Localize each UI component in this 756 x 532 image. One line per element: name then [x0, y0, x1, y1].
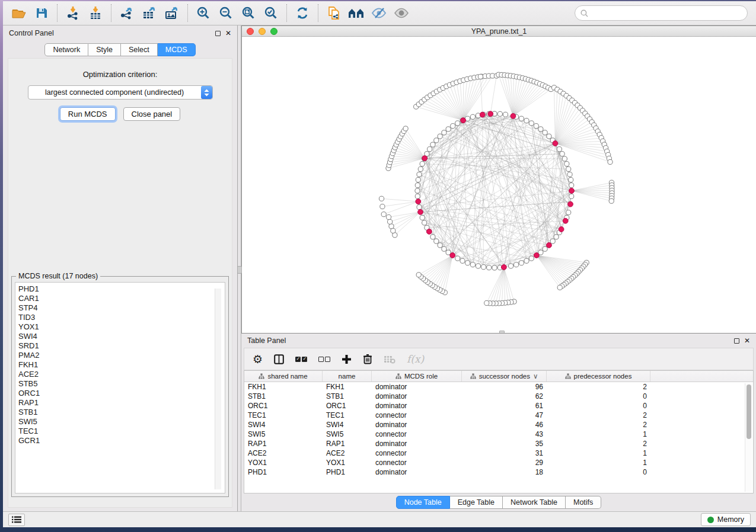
table-cell[interactable]: connector: [372, 459, 462, 467]
table-cell[interactable]: PHD1: [244, 468, 323, 476]
mcds-result-item[interactable]: TEC1: [18, 427, 225, 436]
close-table-panel-icon[interactable]: ✕: [744, 337, 750, 344]
clone-network-icon[interactable]: [323, 3, 345, 23]
float-table-panel-icon[interactable]: [734, 338, 739, 344]
import-network-icon[interactable]: [62, 3, 84, 23]
table-cell[interactable]: 35: [462, 440, 547, 448]
run-mcds-button[interactable]: Run MCDS: [60, 107, 116, 121]
close-panel-icon[interactable]: ✕: [225, 30, 231, 37]
table-row[interactable]: SWI5SWI5connector431: [244, 430, 753, 439]
table-scrollbar-thumb[interactable]: [747, 384, 751, 439]
refresh-view-icon[interactable]: [291, 3, 314, 23]
mcds-result-item[interactable]: GCR1: [18, 436, 225, 446]
mcds-result-item[interactable]: SWI4: [18, 332, 225, 341]
splitter-grip[interactable]: [237, 266, 242, 274]
table-cell[interactable]: ACE2: [244, 449, 323, 457]
table-cell[interactable]: YOX1: [323, 459, 372, 467]
mcds-result-item[interactable]: CAR1: [18, 294, 225, 303]
table-cell[interactable]: PHD1: [323, 468, 372, 476]
table-cell[interactable]: dominator: [372, 392, 462, 400]
export-table-icon[interactable]: [138, 3, 161, 23]
column-header-mcds-role[interactable]: MCDS role: [372, 371, 462, 382]
table-cell[interactable]: 61: [462, 402, 547, 410]
save-session-icon[interactable]: [30, 3, 53, 23]
table-cell[interactable]: dominator: [372, 402, 462, 410]
tab-node-table[interactable]: Node Table: [396, 496, 450, 509]
table-cell[interactable]: ORC1: [244, 402, 323, 410]
table-cell[interactable]: 1: [547, 430, 650, 438]
table-cell[interactable]: 18: [462, 468, 547, 476]
table-cell[interactable]: SWI5: [323, 430, 372, 438]
result-list-scrollbar[interactable]: [215, 289, 221, 489]
select-all-icon[interactable]: [295, 357, 307, 362]
table-cell[interactable]: SWI5: [244, 430, 323, 438]
table-row[interactable]: RAP1RAP1dominator352: [244, 439, 753, 448]
open-file-icon[interactable]: [8, 3, 30, 23]
table-row[interactable]: TEC1TEC1connector472: [244, 411, 753, 420]
mcds-result-item[interactable]: FKH1: [18, 360, 225, 370]
table-cell[interactable]: dominator: [372, 421, 462, 429]
mcds-result-item[interactable]: ORC1: [18, 389, 225, 398]
table-cell[interactable]: 96: [462, 383, 547, 391]
table-row[interactable]: STB1STB1dominator620: [244, 392, 753, 401]
node-table[interactable]: shared name name MCDS role successor nod…: [244, 370, 754, 493]
table-cell[interactable]: STB1: [323, 392, 372, 400]
table-cell[interactable]: 2: [547, 421, 650, 429]
table-scrollbar[interactable]: [745, 383, 752, 492]
zoom-fit-icon[interactable]: [237, 3, 260, 23]
task-history-button[interactable]: [8, 514, 25, 526]
mcds-result-item[interactable]: STB5: [18, 379, 225, 389]
tab-mcds[interactable]: MCDS: [158, 43, 196, 56]
first-neighbors-icon[interactable]: [345, 3, 368, 23]
table-cell[interactable]: 2: [547, 383, 650, 391]
tab-edge-table[interactable]: Edge Table: [450, 496, 503, 509]
table-cell[interactable]: 43: [462, 430, 547, 438]
delete-column-icon[interactable]: [363, 354, 372, 364]
zoom-selected-icon[interactable]: [260, 3, 282, 23]
mcds-result-item[interactable]: STB1: [18, 408, 225, 417]
table-cell[interactable]: connector: [372, 430, 462, 438]
table-cell[interactable]: STB1: [244, 392, 323, 400]
criterion-dropdown[interactable]: largest connected component (undirected): [28, 85, 213, 100]
table-row[interactable]: SWI4SWI4dominator462: [244, 420, 753, 430]
table-cell[interactable]: 47: [462, 411, 547, 419]
hide-selected-icon[interactable]: [368, 3, 390, 23]
table-cell[interactable]: connector: [372, 449, 462, 457]
table-cell[interactable]: RAP1: [244, 440, 323, 448]
table-cell[interactable]: 0: [547, 402, 650, 410]
mcds-result-item[interactable]: STP4: [18, 303, 225, 313]
table-cell[interactable]: FKH1: [244, 383, 323, 391]
network-graph[interactable]: [242, 37, 756, 333]
deselect-all-icon[interactable]: [318, 357, 330, 362]
mcds-result-item[interactable]: RAP1: [18, 398, 225, 408]
table-cell[interactable]: SWI4: [244, 421, 323, 429]
table-cell[interactable]: 29: [462, 459, 547, 467]
zoom-in-icon[interactable]: [192, 3, 215, 23]
memory-button[interactable]: Memory: [701, 513, 751, 526]
mcds-result-item[interactable]: PHD1: [18, 284, 225, 294]
search-input[interactable]: [591, 9, 742, 17]
table-cell[interactable]: ACE2: [323, 449, 372, 457]
import-table-icon[interactable]: [84, 3, 107, 23]
search-field[interactable]: [575, 5, 748, 21]
table-cell[interactable]: 62: [462, 392, 547, 400]
table-cell[interactable]: 2: [547, 411, 650, 419]
horizontal-splitter-grip[interactable]: [499, 331, 505, 333]
show-all-icon[interactable]: [390, 3, 413, 23]
table-cell[interactable]: connector: [372, 411, 462, 419]
table-row[interactable]: ORC1ORC1dominator610: [244, 401, 753, 411]
table-cell[interactable]: FKH1: [323, 383, 372, 391]
mcds-result-list[interactable]: PHD1CAR1STP4TID3YOX1SWI4SRD1PMA2FKH1ACE2…: [15, 282, 225, 493]
column-header-successor-nodes[interactable]: successor nodes ∨: [462, 371, 547, 382]
table-cell[interactable]: dominator: [372, 468, 462, 476]
mcds-result-item[interactable]: ACE2: [18, 370, 225, 379]
table-cell[interactable]: TEC1: [244, 411, 323, 419]
mcds-result-item[interactable]: PMA2: [18, 351, 225, 360]
table-cell[interactable]: SWI4: [323, 421, 372, 429]
tab-network[interactable]: Network: [44, 43, 88, 56]
export-network-icon[interactable]: [116, 3, 138, 23]
close-panel-button[interactable]: Close panel: [123, 107, 181, 121]
table-cell[interactable]: TEC1: [323, 411, 372, 419]
table-row[interactable]: ACE2ACE2connector311: [244, 448, 753, 458]
table-row[interactable]: YOX1YOX1connector291: [244, 458, 753, 467]
